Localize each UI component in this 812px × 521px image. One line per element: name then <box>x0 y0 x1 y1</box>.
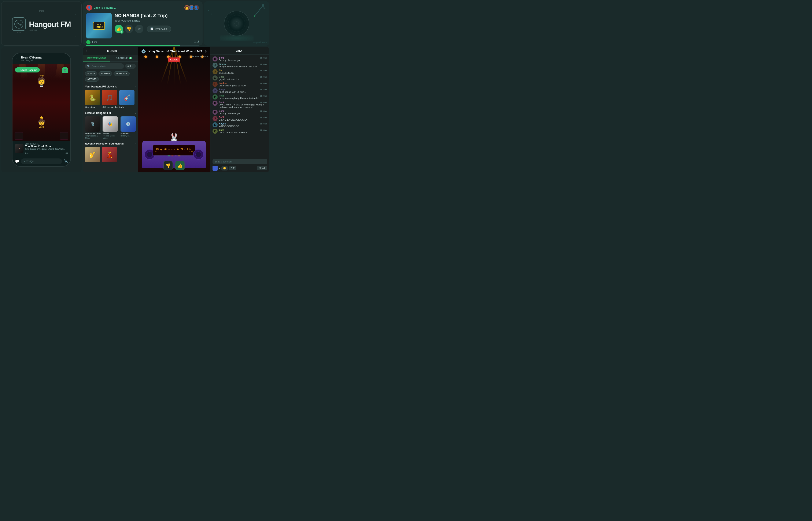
chat-msg-body-benji-3: Benji 11:34am Oh boy...here we go! <box>219 110 267 115</box>
liked-pinata-art: 🎭 <box>103 116 118 132</box>
chat-msg-user-benji-3: Benji <box>219 110 225 112</box>
tab-browse-music[interactable]: BROWSE MUSIC <box>83 55 110 62</box>
gif-button[interactable]: GIF <box>229 166 236 170</box>
tab-dj-queue[interactable]: DJ QUEUE 2 <box>110 55 138 62</box>
dj-queue-badge: 2 <box>129 57 133 59</box>
chat-msg-body-loulou: LouLou 11:34am gila monster goes so hard <box>219 82 267 87</box>
chat-msg-header-cath: Cath 11:34am <box>219 129 267 131</box>
time-current: 1:49 <box>92 41 97 44</box>
liked-section-arrow[interactable]: › <box>135 111 136 115</box>
filter-songs[interactable]: SONGS <box>85 71 97 76</box>
avatar-3: 👤 <box>193 5 199 10</box>
brand-panel: brand icon Hangout FM wordmark <box>1 1 82 46</box>
sync-audio-button[interactable]: 🔄 Sync Audio <box>147 26 171 32</box>
chat-msg-user-andy: Andy <box>219 88 225 91</box>
soundcloud-item-2[interactable]: 💃 <box>102 147 117 163</box>
playlists-grid: 🐍 king gizzy 🎵 chill bossa vibe 🎸 indie <box>85 90 136 108</box>
liked-pinata[interactable]: 🎭 Pinata Freddie Gibbs, Mad... <box>103 116 119 139</box>
chat-av-jimmy: J <box>213 63 218 68</box>
filter-playlists[interactable]: PLAYLISTS <box>113 71 130 76</box>
vinyl-panel: ♩ ♫ ♩ ♪ hangoutfm.com <box>204 1 270 46</box>
chat-msg-body-sia: Sia 11:34am YESSSSSSSS <box>219 69 267 74</box>
liked-silver-cord[interactable]: 🎙️ The Silver Cord King Gizzard & The... <box>85 116 101 139</box>
brand-box: icon Hangout FM wordmark <box>7 14 76 38</box>
playlist-bossa-name: chill bossa vibe <box>102 106 117 108</box>
chat-msg-text-saffi: GILA GILA GILA GILA GILA <box>219 118 267 121</box>
soundcloud-section-header: Recently Played on Soundcloud › <box>85 142 136 145</box>
send-button[interactable]: Send <box>257 166 267 170</box>
svg-point-2 <box>262 4 264 7</box>
spotify-icon: ♫ <box>86 40 90 44</box>
track-actions: 👍 3 👎 ☆ 🔄 Sync Audio <box>114 25 199 33</box>
dj-display-time: 0:11 8:33 <box>153 151 195 153</box>
chat-msg-user-kaysa: Kaysa <box>219 122 226 125</box>
playlist-indie[interactable]: 🎸 indie <box>119 90 134 108</box>
chat-forward-icon[interactable]: → <box>264 49 267 52</box>
search-input[interactable] <box>91 65 122 67</box>
progress-bar <box>86 45 199 46</box>
playlist-indie-art: 🎸 <box>119 90 134 105</box>
emoji-button[interactable]: 😊 <box>221 166 228 171</box>
playlists-section-title: Your Hangout FM playlists <box>85 85 117 88</box>
chat-msg-jimmy: J Jimmy 11:34am an i get some POHJJERS i… <box>213 63 267 68</box>
chat-msg-header-benji-3: Benji 11:34am <box>219 110 267 112</box>
star-button[interactable]: ☆ <box>135 25 143 33</box>
chat-av-gino: G <box>213 75 218 81</box>
chat-msg-text-jimmy: an i get some POHJJERS in the chat <box>219 65 267 68</box>
time-total: 2:13 <box>194 40 199 44</box>
playlists-section-arrow[interactable]: › <box>135 85 136 88</box>
stage-like-button[interactable]: 👍 <box>175 161 185 170</box>
soundcloud-item-1[interactable]: 🎷 <box>85 147 100 163</box>
filter-albums[interactable]: ALBUMS <box>99 71 112 76</box>
liked-what[interactable]: 💿 What No... Brittany H... <box>121 116 136 139</box>
chat-msg-user-pete: Pete <box>219 94 224 97</box>
playlist-indie-name: indie <box>119 106 134 108</box>
soundcloud-section-title: Recently Played on Soundcloud <box>85 142 124 145</box>
listener-avatars: 🧑 👤 👤 <box>185 5 199 10</box>
chat-msg-time-benji-2: 11:34am <box>260 101 267 103</box>
soundcloud-grid: 🎷 💃 <box>85 147 136 163</box>
phone-frame: ← Ryan O'Gorman in a Hangout ⋮ ← Leave H… <box>12 52 71 167</box>
progress-times: ♫ 1:49 2:13 <box>86 40 199 44</box>
chat-title: CHAT <box>236 49 244 52</box>
chat-msg-time-loulou: 11:34am <box>260 82 267 84</box>
chat-msg-text-benji-1: Oh boy...here we go! <box>219 59 267 62</box>
chat-msg-user-jimmy: Jimmy <box>219 63 226 65</box>
soundcloud-section-arrow[interactable]: › <box>135 142 136 145</box>
liked-pinata-name: Pinata <box>103 133 119 135</box>
chat-msg-header-saffi: Saffi 11:34am <box>219 116 267 118</box>
chevron-down-icon-chat[interactable]: ▾ <box>219 167 220 169</box>
search-box[interactable]: 🔍 <box>85 63 124 69</box>
settings-icon[interactable]: ⚙️ <box>141 49 146 54</box>
playlist-king-gizzy[interactable]: 🐍 king gizzy <box>85 90 100 108</box>
chat-input[interactable] <box>213 159 267 164</box>
chat-msg-time-saffi: 11:34am <box>260 116 267 118</box>
like-button[interactable]: 👍 3 <box>114 25 123 33</box>
leave-hangout-button[interactable]: ← Leave Hangout <box>15 67 40 72</box>
playlist-bossa[interactable]: 🎵 chill bossa vibe <box>102 90 117 108</box>
filter-artists[interactable]: ARTISTS <box>85 77 99 82</box>
playlist-king-gizzy-name: king gizzy <box>85 106 100 108</box>
chat-back-icon[interactable]: ← <box>213 49 216 52</box>
all-dropdown[interactable]: ALL ▾ <box>125 64 136 69</box>
chat-av-benji-1: B <box>213 56 218 62</box>
leave-stage-button[interactable]: LEAVE <box>168 58 180 62</box>
phone-back-button[interactable]: ← <box>16 57 19 61</box>
chevron-down-icon: ▾ <box>132 65 134 68</box>
chat-msg-text-sia: YESSSSSSSS <box>219 72 267 74</box>
share-icon[interactable]: ⎋ <box>205 49 207 53</box>
chat-msg-time-kaysa: 11:34am <box>260 123 267 125</box>
music-queue-button[interactable]: 🎵 <box>62 67 68 73</box>
color-swatch[interactable] <box>213 166 218 171</box>
dislike-button[interactable]: 👎 <box>125 25 133 33</box>
progress-fill <box>86 45 180 46</box>
stage-dislike-button[interactable]: 👎 <box>164 161 173 170</box>
chat-av-saffi: S <box>213 116 218 121</box>
chat-msg-gino: G Gino 11:34am guys i cant hear it :( <box>213 75 267 81</box>
chat-msg-text-cath: GILA GILA MONSTERRRR <box>219 131 267 134</box>
chat-msg-text-loulou: gila monster goes so hard <box>219 84 267 87</box>
stage-title-bar: ⚙️ King Gizzard & The Lizard Wizard 24/7… <box>138 47 210 56</box>
search-icon: 🔍 <box>87 65 90 68</box>
phone-menu-button[interactable]: ⋮ <box>63 56 67 61</box>
browser-back-button[interactable]: ← <box>85 49 89 53</box>
